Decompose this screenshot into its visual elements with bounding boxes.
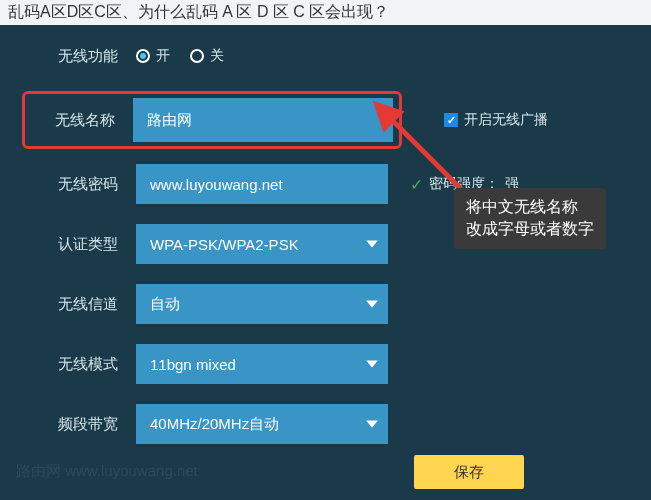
mode-label: 无线模式: [0, 355, 136, 374]
watermark: 路由网 www.luyouwang.net: [16, 462, 198, 481]
annotation-tooltip: 将中文无线名称 改成字母或者数字: [454, 188, 606, 249]
mode-value: 11bgn mixed: [150, 356, 374, 373]
password-label: 无线密码: [0, 175, 136, 194]
radio-on-label: 开: [156, 47, 170, 65]
row-bandwidth: 频段带宽 40MHz/20MHz自动: [0, 401, 651, 447]
auth-value: WPA-PSK/WPA2-PSK: [150, 236, 374, 253]
password-input[interactable]: www.luyouwang.net: [136, 164, 388, 204]
chevron-down-icon: [366, 421, 378, 428]
wireless-func-radios: 开 关: [136, 47, 224, 65]
ssid-highlight-box: 无线名称 路由网: [22, 91, 402, 149]
page-title: 乱码A区D区C区、为什么乱码 A 区 D 区 C 区会出现？: [0, 0, 651, 25]
wireless-func-label: 无线功能: [0, 47, 136, 66]
bandwidth-label: 频段带宽: [0, 415, 136, 434]
save-button[interactable]: 保存: [414, 455, 524, 489]
auth-label: 认证类型: [0, 235, 136, 254]
radio-on-circle: [136, 49, 150, 63]
chevron-down-icon: [366, 301, 378, 308]
radio-on[interactable]: 开: [136, 47, 170, 65]
chevron-down-icon: [366, 361, 378, 368]
bandwidth-value: 40MHz/20MHz自动: [150, 415, 374, 434]
row-channel: 无线信道 自动: [0, 281, 651, 327]
row-ssid: 无线名称 路由网 ✓ 开启无线广播: [22, 93, 651, 147]
password-value: www.luyouwang.net: [150, 176, 374, 193]
row-wireless-func: 无线功能 开 关: [0, 33, 651, 79]
channel-value: 自动: [150, 295, 374, 314]
auth-select[interactable]: WPA-PSK/WPA2-PSK: [136, 224, 388, 264]
tooltip-line1: 将中文无线名称: [466, 198, 578, 215]
radio-off-circle: [190, 49, 204, 63]
tooltip-line2: 改成字母或者数字: [466, 220, 594, 237]
ssid-input[interactable]: 路由网: [133, 98, 393, 142]
channel-select[interactable]: 自动: [136, 284, 388, 324]
row-mode: 无线模式 11bgn mixed: [0, 341, 651, 387]
mode-select[interactable]: 11bgn mixed: [136, 344, 388, 384]
chevron-down-icon: [366, 241, 378, 248]
radio-off-label: 关: [210, 47, 224, 65]
channel-label: 无线信道: [0, 295, 136, 314]
ssid-value: 路由网: [147, 111, 379, 130]
bandwidth-select[interactable]: 40MHz/20MHz自动: [136, 404, 388, 444]
radio-off[interactable]: 关: [190, 47, 224, 65]
ssid-label: 无线名称: [25, 111, 133, 130]
